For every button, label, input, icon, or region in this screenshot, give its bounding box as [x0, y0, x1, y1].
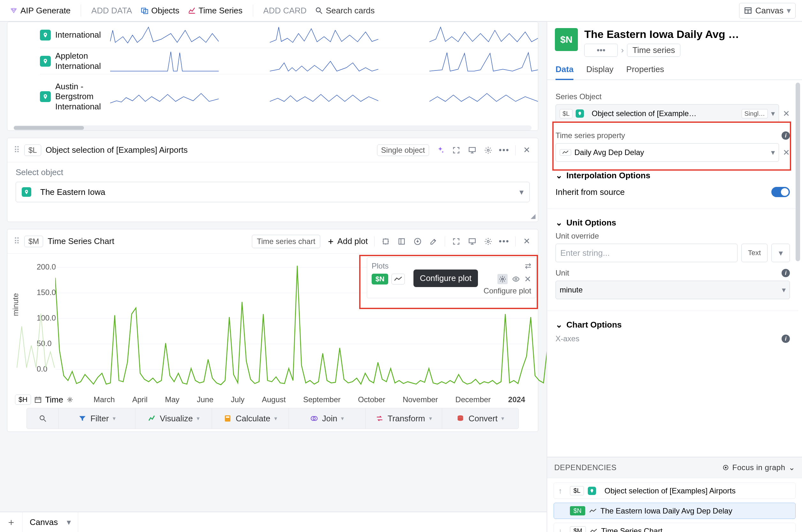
- panel-scrollbar[interactable]: [796, 82, 800, 454]
- card-title: Time Series Chart: [48, 236, 114, 246]
- sparkline-row[interactable]: Appleton International: [40, 48, 538, 74]
- action-calculate-button[interactable]: Calculate▾: [212, 408, 289, 429]
- action-transform-button[interactable]: Transform▾: [366, 408, 442, 429]
- gear-icon[interactable]: [484, 146, 493, 155]
- more-icon[interactable]: •••: [499, 146, 509, 155]
- info-icon[interactable]: i: [782, 131, 790, 140]
- remove-plot-icon[interactable]: ✕: [524, 274, 531, 284]
- card-header: ⠿ $L Object selection of [Examples] Airp…: [7, 138, 538, 162]
- breadcrumb: ••• › Time series: [584, 44, 794, 57]
- expand-horizontal-icon[interactable]: ⇄: [525, 262, 531, 270]
- focus-in-graph-button[interactable]: Focus in graph ⌄: [722, 463, 795, 472]
- time-series-chart-card: ⠿ $M Time Series Chart Time series chart…: [7, 229, 538, 432]
- dependencies-bar: DEPENDENCIES Focus in graph ⌄: [547, 457, 802, 478]
- drag-handle-icon[interactable]: ⠿: [14, 145, 20, 155]
- interpolation-section-title[interactable]: ⌄ Interpolation Options: [555, 171, 790, 180]
- breadcrumb-item[interactable]: •••: [584, 44, 618, 57]
- object-select-dropdown[interactable]: The Eastern Iowa ▾: [16, 182, 530, 202]
- more-icon[interactable]: •••: [499, 237, 509, 246]
- visibility-icon[interactable]: [512, 275, 520, 283]
- breadcrumb-item[interactable]: Time series: [627, 44, 680, 57]
- tab-properties[interactable]: Properties: [626, 64, 664, 79]
- action-bar: Filter▾ Visualize▾ Calculate▾ Join▾ Tran…: [26, 408, 519, 429]
- toolbar-divider: [253, 4, 253, 17]
- toolbar-divider: [81, 4, 81, 17]
- dependency-item[interactable]: ↓$MTime Series Chart: [553, 523, 796, 532]
- dependency-text: Object selection of [Examples] Airports: [604, 487, 735, 495]
- objects-button[interactable]: Objects: [137, 3, 183, 18]
- sparkle-icon[interactable]: [436, 146, 445, 155]
- clear-icon[interactable]: ✕: [783, 109, 790, 119]
- configure-plot-button[interactable]: [497, 274, 508, 284]
- dependency-item[interactable]: $NThe Eastern Iowa Daily Avg Dep Delay: [553, 503, 796, 519]
- inherit-toggle[interactable]: [771, 187, 790, 197]
- x-tick: 2024: [508, 395, 525, 404]
- presentation-icon[interactable]: [468, 146, 477, 155]
- unit-value-field[interactable]: minute ▾: [555, 281, 790, 299]
- unit-options-section-title[interactable]: ⌄ Unit Options: [555, 218, 790, 228]
- unit-label: Unit i: [555, 269, 790, 278]
- x-tick: April: [132, 395, 147, 404]
- chart-type-pill[interactable]: Time series chart: [252, 235, 320, 248]
- chevron-down-icon: ▾: [771, 148, 775, 157]
- dependencies-title: DEPENDENCIES: [554, 463, 617, 472]
- x-tick: June: [197, 395, 214, 404]
- spark-cells: [110, 86, 538, 108]
- action-search-button[interactable]: [27, 408, 59, 429]
- tab-data[interactable]: Data: [555, 64, 573, 80]
- arrow-up-icon: ↑: [559, 487, 566, 495]
- chevron-down-icon: ▾: [782, 285, 786, 294]
- unit-override-input[interactable]: Enter string...: [555, 244, 737, 262]
- action-visualize-button[interactable]: Visualize▾: [135, 408, 212, 429]
- horizontal-scrollbar[interactable]: [14, 125, 532, 130]
- action-convert-button[interactable]: Convert▾: [442, 408, 518, 429]
- canvas-tab[interactable]: Canvas ▾: [22, 512, 78, 532]
- drag-handle-icon[interactable]: ⠿: [14, 236, 20, 246]
- expand-icon[interactable]: [452, 146, 461, 155]
- close-icon[interactable]: ✕: [522, 237, 532, 246]
- unit-type-dropdown[interactable]: ▾: [771, 244, 790, 262]
- dependency-text: Time Series Chart: [601, 527, 663, 532]
- svg-point-14: [69, 399, 71, 401]
- download-icon[interactable]: [413, 237, 422, 246]
- svg-point-5: [487, 149, 489, 151]
- info-icon[interactable]: i: [782, 269, 790, 277]
- panel-icon[interactable]: [397, 237, 406, 246]
- action-filter-button[interactable]: Filter▾: [59, 408, 135, 429]
- add-plot-button[interactable]: ＋ Add plot: [327, 236, 368, 247]
- sparkline-row[interactable]: Austin - Bergstrom International: [40, 74, 538, 119]
- chart-options-section-title[interactable]: ⌄ Chart Options: [555, 320, 790, 330]
- dependency-item[interactable]: ↑$LObject selection of [Examples] Airpor…: [553, 482, 796, 499]
- edit-icon[interactable]: [429, 237, 438, 246]
- expand-icon[interactable]: [452, 237, 461, 246]
- pin-icon: [40, 91, 51, 102]
- x-tick: July: [231, 395, 244, 404]
- resize-handle-icon[interactable]: ◢: [531, 212, 535, 220]
- crosshair-icon[interactable]: [381, 237, 390, 246]
- series-object-field[interactable]: $L Object selection of [Example… Singl… …: [555, 104, 779, 123]
- time-series-button[interactable]: Time Series: [184, 3, 246, 18]
- ts-property-field[interactable]: Daily Avg Dep Delay ▾: [555, 143, 779, 162]
- info-icon[interactable]: i: [782, 335, 790, 343]
- gear-icon[interactable]: [484, 237, 493, 246]
- aip-generate-button[interactable]: AIP Generate: [6, 3, 74, 18]
- single-object-pill: Single object: [377, 145, 429, 156]
- action-join-button[interactable]: Join▾: [289, 408, 366, 429]
- sparkline-row[interactable]: International: [40, 22, 538, 48]
- calendar-icon[interactable]: [34, 396, 42, 403]
- canvas-view-selector[interactable]: Canvas ▾: [739, 3, 796, 19]
- canvas-area: International Appleton International: [0, 22, 547, 512]
- pin-icon: [588, 487, 596, 495]
- card-title: Object selection of [Examples] Airports: [45, 145, 188, 155]
- close-icon[interactable]: ✕: [522, 146, 532, 155]
- variable-pill: $N: [570, 506, 585, 515]
- presentation-icon[interactable]: [468, 237, 477, 246]
- objects-icon: [141, 6, 149, 15]
- spark-cells: [110, 50, 538, 72]
- search-cards-input-wrapper[interactable]: Search cards: [312, 3, 378, 18]
- gear-icon[interactable]: [67, 396, 73, 403]
- add-tab-button[interactable]: ＋: [0, 516, 22, 529]
- tab-display[interactable]: Display: [586, 64, 613, 79]
- x-tick: September: [303, 395, 340, 404]
- clear-icon[interactable]: ✕: [783, 148, 790, 157]
